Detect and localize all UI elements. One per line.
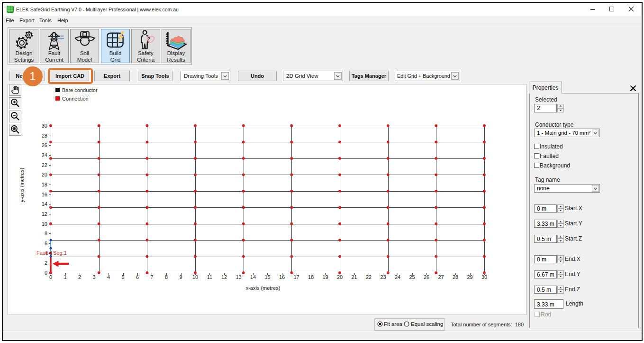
svg-text:10: 10 (192, 274, 198, 280)
svg-text:11: 11 (207, 274, 212, 280)
svg-text:21: 21 (351, 274, 357, 280)
svg-text:27: 27 (438, 274, 444, 280)
svg-text:20: 20 (337, 274, 343, 280)
svg-text:29: 29 (467, 274, 472, 280)
svg-text:6: 6 (45, 241, 47, 246)
svg-text:16: 16 (42, 192, 47, 197)
svg-text:18: 18 (42, 182, 47, 187)
svg-text:26: 26 (424, 274, 429, 280)
svg-text:0: 0 (49, 274, 52, 280)
svg-text:20: 20 (42, 172, 47, 177)
svg-text:24: 24 (42, 152, 47, 158)
svg-text:16: 16 (279, 274, 285, 280)
svg-text:3: 3 (92, 274, 95, 280)
svg-text:14: 14 (250, 274, 256, 280)
svg-text:14: 14 (42, 201, 47, 207)
svg-text:8: 8 (165, 274, 168, 280)
svg-text:8: 8 (45, 231, 47, 236)
svg-text:28: 28 (42, 133, 47, 139)
svg-text:30: 30 (42, 123, 47, 129)
svg-text:4: 4 (107, 274, 110, 280)
svg-text:2: 2 (45, 260, 47, 266)
svg-text:9: 9 (179, 274, 182, 280)
svg-text:26: 26 (42, 142, 47, 148)
svg-text:30: 30 (481, 274, 487, 280)
svg-text:6: 6 (136, 274, 139, 280)
svg-text:19: 19 (322, 274, 328, 280)
svg-text:12: 12 (42, 211, 47, 217)
svg-text:y-axis (metres): y-axis (metres) (19, 168, 25, 203)
svg-text:22: 22 (42, 162, 47, 168)
svg-text:22: 22 (366, 274, 372, 280)
svg-text:12: 12 (221, 274, 227, 280)
svg-text:Fault: Fault (36, 250, 48, 256)
svg-text:10: 10 (42, 221, 47, 227)
svg-text:15: 15 (264, 274, 270, 280)
svg-text:7: 7 (150, 274, 153, 280)
svg-text:23: 23 (380, 274, 386, 280)
svg-text:1: 1 (63, 274, 66, 280)
svg-text:17: 17 (293, 274, 299, 280)
svg-text:2: 2 (78, 274, 81, 280)
svg-text:Seg.1: Seg.1 (53, 250, 67, 256)
svg-text:13: 13 (236, 274, 241, 280)
svg-text:24: 24 (395, 274, 400, 280)
svg-text:0: 0 (45, 270, 47, 276)
svg-text:25: 25 (409, 274, 415, 280)
svg-text:18: 18 (308, 274, 314, 280)
svg-text:28: 28 (453, 274, 458, 280)
svg-text:5: 5 (121, 274, 124, 280)
svg-text:x-axis (metres): x-axis (metres) (246, 285, 281, 291)
